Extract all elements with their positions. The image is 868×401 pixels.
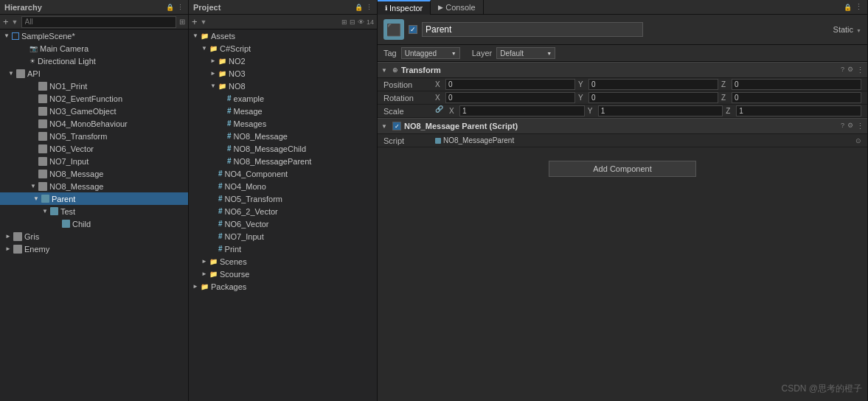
project-item-print[interactable]: # Print bbox=[189, 243, 377, 255]
hierarchy-item-gris[interactable]: Gris bbox=[0, 230, 188, 243]
hierarchy-item-test[interactable]: Test bbox=[0, 205, 188, 217]
script-menu-icon[interactable]: ⋮ bbox=[856, 122, 864, 131]
inspector-content: ⬛ ✓ Static Tag Untagged ▼ Layer bbox=[378, 15, 867, 401]
project-item-packages[interactable]: 📁 Packages bbox=[189, 280, 377, 293]
object-active-checkbox[interactable]: ✓ bbox=[409, 25, 417, 34]
project-add-icon[interactable]: + bbox=[192, 16, 198, 27]
hierarchy-item-no1[interactable]: NO1_Print bbox=[0, 80, 188, 92]
position-y-field: Y 0 bbox=[578, 79, 718, 90]
project-item-no8-msgchild[interactable]: # NO8_MessageChild bbox=[189, 142, 377, 155]
hierarchy-menu-icon[interactable]: ⋮ bbox=[177, 4, 184, 11]
hierarchy-view-icon[interactable]: ⊞ bbox=[179, 18, 185, 26]
project-toolbar: + ▼ ⊞ ⊟ 👁 14 bbox=[189, 15, 377, 29]
hierarchy-lock-icon[interactable]: 🔒 bbox=[166, 4, 174, 11]
hierarchy-item-no4[interactable]: NO4_MonoBehaviour bbox=[0, 117, 188, 130]
position-y-value[interactable]: 0 bbox=[588, 79, 718, 90]
project-item-example[interactable]: # example bbox=[189, 92, 377, 105]
scourse-folder-icon: 📁 bbox=[209, 271, 218, 278]
hierarchy-item-no2[interactable]: NO2_EventFunction bbox=[0, 92, 188, 105]
script-settings-icon[interactable]: ⚙ bbox=[847, 122, 853, 131]
position-x-value[interactable]: 0 bbox=[445, 79, 575, 90]
hierarchy-item-no3[interactable]: NO3_GameObject bbox=[0, 105, 188, 117]
project-item-no8-msgparent[interactable]: # NO8_MessageParent bbox=[189, 155, 377, 167]
hierarchy-item-no8-msg2[interactable]: NO8_Message bbox=[0, 180, 188, 192]
no3-folder-icon: 📁 bbox=[218, 70, 226, 77]
no6-2-script-icon: # bbox=[218, 207, 223, 215]
scale-z-value[interactable]: 1 bbox=[736, 105, 861, 116]
project-item-no4-mono[interactable]: # NO4_Mono bbox=[189, 180, 377, 192]
project-item-no8-msg[interactable]: # NO8_Message bbox=[189, 130, 377, 142]
hierarchy-item-no6[interactable]: NO6_Vector bbox=[0, 142, 188, 155]
transform-position-row: Position X 0 Y 0 bbox=[378, 78, 867, 91]
static-dropdown-arrow[interactable] bbox=[856, 25, 861, 34]
project-item-no7-input[interactable]: # NO7_Input bbox=[189, 230, 377, 243]
position-x-field: X 0 bbox=[435, 79, 575, 90]
hierarchy-item-api[interactable]: API bbox=[0, 67, 188, 80]
inspector-lock-icon[interactable]: 🔒 bbox=[844, 4, 852, 11]
no2-icon bbox=[38, 94, 47, 103]
script-active-checkbox[interactable]: ✓ bbox=[392, 122, 401, 130]
script-expand-arrow[interactable] bbox=[381, 122, 388, 130]
inspector-menu-icon[interactable]: ⋮ bbox=[855, 2, 863, 12]
script-field-label: Script bbox=[383, 136, 435, 145]
project-menu-icon[interactable]: ⋮ bbox=[366, 4, 372, 11]
position-z-value[interactable]: 0 bbox=[732, 79, 861, 90]
project-item-no5-transform[interactable]: # NO5_Transform bbox=[189, 192, 377, 205]
project-item-mesages[interactable]: # Mesages bbox=[189, 117, 377, 130]
transform-menu-icon[interactable]: ⋮ bbox=[856, 66, 864, 75]
transform-expand-arrow[interactable] bbox=[381, 66, 388, 74]
static-label: Static bbox=[833, 25, 854, 34]
project-item-no6-vector[interactable]: # NO6_Vector bbox=[189, 217, 377, 230]
project-item-scourse[interactable]: 📁 Scourse bbox=[189, 268, 377, 280]
no7input-script-icon: # bbox=[218, 232, 223, 240]
project-item-no3-folder[interactable]: 📁 NO3 bbox=[189, 67, 377, 80]
project-item-no2[interactable]: 📁 NO2 bbox=[189, 55, 377, 67]
project-item-scenes[interactable]: 📁 Scenes bbox=[189, 255, 377, 268]
object-name-input[interactable] bbox=[422, 22, 643, 37]
assets-folder-icon: 📁 bbox=[201, 32, 209, 40]
project-item-no6-2-vector[interactable]: # NO6_2_Vector bbox=[189, 205, 377, 217]
hierarchy-search-input[interactable] bbox=[21, 16, 176, 28]
scale-z-field: Z 1 bbox=[726, 105, 861, 116]
scale-y-value[interactable]: 1 bbox=[598, 105, 723, 116]
add-component-button[interactable]: Add Component bbox=[549, 161, 696, 177]
rotation-x-field: X 0 bbox=[435, 92, 575, 103]
hierarchy-add-icon[interactable]: + bbox=[3, 16, 9, 27]
hierarchy-item-no8-msg1[interactable]: NO8_Message bbox=[0, 167, 188, 180]
tag-dropdown[interactable]: Untagged ▼ bbox=[401, 47, 460, 59]
script-help-icon[interactable]: ? bbox=[841, 122, 844, 131]
hierarchy-item-directional-light[interactable]: ☀ Directional Light bbox=[0, 55, 188, 67]
no8msg-script-icon: # bbox=[227, 132, 232, 140]
hierarchy-item-samplescene[interactable]: SampleScene* bbox=[0, 29, 188, 42]
tab-console[interactable]: ▶ Console bbox=[431, 0, 483, 15]
project-item-assets[interactable]: 📁 Assets bbox=[189, 29, 377, 42]
transform-help-icon[interactable]: ? bbox=[841, 66, 844, 75]
project-tree: 📁 Assets 📁 C#Script 📁 NO2 📁 NO3 bbox=[189, 29, 377, 401]
hierarchy-item-no5[interactable]: NO5_Transform bbox=[0, 130, 188, 142]
rotation-x-value[interactable]: 0 bbox=[445, 92, 575, 103]
project-item-no8-folder[interactable]: 📁 NO8 bbox=[189, 80, 377, 92]
no8msg1-icon bbox=[38, 170, 47, 178]
script-select-icon[interactable]: ⊙ bbox=[855, 137, 861, 144]
hierarchy-item-main-camera[interactable]: 📷 Main Camera bbox=[0, 42, 188, 55]
project-title: Project bbox=[193, 3, 221, 12]
scenes-folder-icon: 📁 bbox=[209, 258, 218, 265]
hierarchy-item-parent[interactable]: Parent bbox=[0, 192, 188, 205]
project-item-no4-comp[interactable]: # NO4_Component bbox=[189, 167, 377, 180]
hierarchy-item-no7[interactable]: NO7_Input bbox=[0, 155, 188, 167]
project-item-mesage[interactable]: # Mesage bbox=[189, 105, 377, 117]
no4mono-script-icon: # bbox=[218, 182, 223, 190]
layer-dropdown[interactable]: Default ▼ bbox=[496, 47, 555, 59]
scale-lock-icon[interactable]: 🔗 bbox=[435, 105, 443, 116]
scale-x-value[interactable]: 1 bbox=[459, 105, 585, 116]
no3-icon bbox=[38, 107, 47, 116]
hierarchy-item-enemy[interactable]: Enemy bbox=[0, 243, 188, 255]
rotation-z-value[interactable]: 0 bbox=[732, 92, 861, 103]
tab-inspector[interactable]: ℹ Inspector bbox=[378, 0, 431, 15]
project-item-csharp[interactable]: 📁 C#Script bbox=[189, 42, 377, 55]
transform-settings-icon[interactable]: ⚙ bbox=[847, 66, 853, 75]
layer-label: Layer bbox=[472, 49, 493, 57]
rotation-y-value[interactable]: 0 bbox=[588, 92, 718, 103]
hierarchy-item-child[interactable]: Child bbox=[0, 217, 188, 230]
project-lock-icon[interactable]: 🔒 bbox=[355, 4, 363, 11]
